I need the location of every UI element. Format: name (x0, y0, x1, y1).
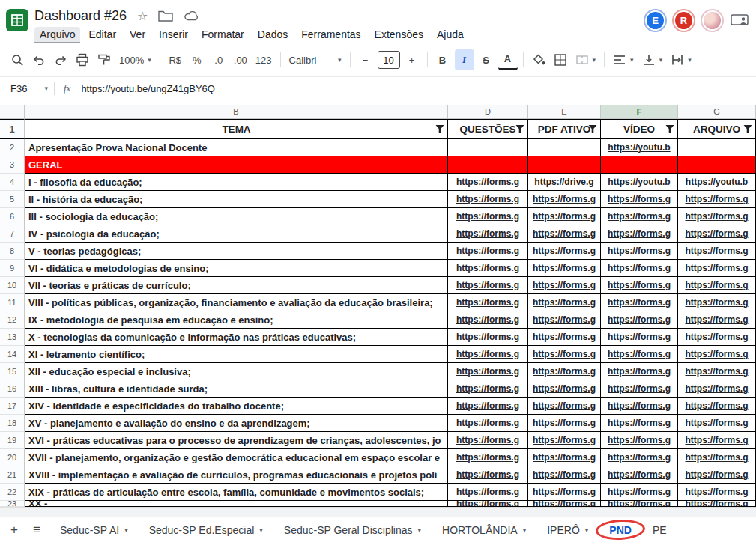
zoom-select[interactable]: 100%▾ (116, 49, 154, 70)
cell-arquivo[interactable]: https://forms.g (678, 208, 756, 225)
tab-caret-icon[interactable]: ▾ (585, 526, 589, 534)
cell-arquivo[interactable]: https://forms.g (678, 277, 756, 294)
cell-arquivo[interactable]: https://forms.g (678, 415, 756, 432)
cell-video[interactable]: https://forms.g (601, 484, 678, 501)
cell-questoes[interactable] (448, 139, 528, 156)
cell-questoes[interactable]: https://forms.g (448, 329, 528, 346)
row-number[interactable]: 19 (0, 432, 25, 449)
cell-tema[interactable]: XIV - identidade e especificidades do tr… (25, 398, 448, 415)
add-sheet-icon[interactable]: + (4, 520, 24, 540)
cell-pdf-ativo[interactable]: https://forms.g (528, 277, 601, 294)
move-folder-icon[interactable] (158, 10, 173, 22)
print-icon[interactable] (73, 49, 92, 70)
cell-questoes[interactable] (448, 156, 528, 174)
cell-arquivo[interactable]: https://forms.g (678, 311, 756, 329)
cell-arquivo[interactable]: https://forms.g (678, 225, 756, 243)
cell-arquivo[interactable]: https://forms.g (678, 329, 756, 346)
cell-video[interactable]: https://forms.g (601, 294, 678, 311)
cell-pdf-ativo[interactable]: https://forms.g (528, 432, 601, 449)
bold-button[interactable]: B (433, 49, 453, 70)
cell-tema[interactable]: IX - metodologia de pesquisa em educação… (25, 311, 448, 329)
row-number[interactable]: 2 (0, 139, 25, 156)
row-number[interactable]: 11 (0, 294, 25, 311)
increase-decimal-button[interactable]: .00 (231, 49, 250, 70)
cell-questoes[interactable]: https://forms.g (448, 484, 528, 501)
cell-pdf-ativo[interactable]: https://forms.g (528, 501, 601, 507)
col-header-E[interactable]: E (528, 105, 601, 119)
menu-ajuda[interactable]: Ajuda (432, 27, 469, 43)
select-all-corner[interactable] (0, 105, 25, 119)
currency-format-button[interactable]: R$ (166, 49, 185, 70)
cell-video[interactable]: https://forms.g (601, 432, 678, 449)
cell-questoes[interactable]: https://forms.g (448, 243, 528, 260)
cell-tema[interactable]: VIII - políticas públicas, organização, … (25, 294, 448, 311)
col-header-B[interactable]: B (25, 105, 448, 119)
cell-video[interactable]: https://forms.g (601, 363, 678, 380)
cell-arquivo[interactable]: https://forms.g (678, 363, 756, 380)
cell-video[interactable]: https://forms.g (601, 346, 678, 363)
cell-video[interactable]: https://forms.g (601, 398, 678, 415)
cell-pdf-ativo[interactable]: https://forms.g (528, 191, 601, 208)
decrease-font-size-button[interactable]: − (356, 49, 375, 70)
strikethrough-button[interactable]: S (477, 49, 496, 70)
cell-video[interactable]: https://forms.g (601, 311, 678, 329)
header-arquivo[interactable]: ARQUIVO (678, 119, 756, 139)
cell-pdf-ativo[interactable]: https://forms.g (528, 398, 601, 415)
cell-tema[interactable]: XI - letramento científico; (25, 346, 448, 363)
cell-tema[interactable]: GERAL (25, 156, 448, 174)
cell-arquivo[interactable]: https://forms.g (678, 466, 756, 484)
row-number[interactable]: 16 (0, 380, 25, 398)
cell-video[interactable]: https://forms.g (601, 415, 678, 432)
menu-formatar[interactable]: Formatar (196, 27, 250, 43)
cell-arquivo[interactable]: https://forms.g (678, 380, 756, 398)
menu-ver[interactable]: Ver (124, 27, 151, 43)
name-box[interactable]: F36 ▾ (0, 83, 54, 94)
cell-video[interactable]: https://forms.g (601, 449, 678, 466)
italic-button[interactable]: I (455, 49, 474, 70)
cell-tema[interactable]: XII - educação especial e inclusiva; (25, 363, 448, 380)
cell-questoes[interactable]: https://forms.g (448, 225, 528, 243)
row-number[interactable]: 5 (0, 191, 25, 208)
star-icon[interactable]: ☆ (137, 9, 148, 23)
percent-format-button[interactable]: % (187, 49, 207, 70)
row-number[interactable]: 8 (0, 243, 25, 260)
row-number[interactable]: 17 (0, 398, 25, 415)
cell-pdf-ativo[interactable]: https://drive.g (528, 174, 601, 191)
row-number[interactable]: 22 (0, 484, 25, 501)
cell-tema[interactable]: III - sociologia da educação; (25, 208, 448, 225)
cell-pdf-ativo[interactable]: https://forms.g (528, 329, 601, 346)
increase-font-size-button[interactable]: + (402, 49, 422, 70)
sheet-tab-pnd[interactable]: PND (599, 517, 642, 542)
row-number[interactable]: 1 (0, 119, 25, 139)
filter-icon[interactable] (435, 125, 444, 133)
row-number[interactable]: 4 (0, 174, 25, 191)
cell-tema[interactable]: IV - psicologia da educação; (25, 225, 448, 243)
merge-cells-icon[interactable]: ▾ (572, 49, 599, 70)
cell-video[interactable] (601, 156, 678, 174)
all-sheets-icon[interactable]: ≡ (27, 520, 46, 540)
sheet-tab-pe[interactable]: PE (642, 517, 677, 542)
cell-pdf-ativo[interactable]: https://forms.g (528, 484, 601, 501)
cell-questoes[interactable]: https://forms.g (448, 346, 528, 363)
sheets-logo-icon[interactable] (6, 9, 28, 31)
filter-icon[interactable] (588, 125, 597, 133)
undo-icon[interactable] (29, 49, 49, 70)
cell-arquivo[interactable]: https://forms.g (678, 260, 756, 277)
cell-pdf-ativo[interactable] (528, 156, 601, 174)
menu-extensoes[interactable]: Extensões (369, 27, 429, 43)
cell-pdf-ativo[interactable]: https://forms.g (528, 380, 601, 398)
cell-pdf-ativo[interactable]: https://forms.g (528, 466, 601, 484)
cell-video[interactable]: https://forms.g (601, 208, 678, 225)
cloud-status-icon[interactable] (184, 10, 200, 22)
borders-icon[interactable] (551, 49, 570, 70)
avatar-r[interactable]: R (674, 10, 694, 31)
sheet-tab-seduc-sp-geral-disciplinas[interactable]: Seduc-SP Geral Disciplinas▾ (273, 517, 432, 542)
doc-title[interactable]: Dashboard #26 (34, 8, 127, 24)
cell-video[interactable]: https://youtu.b (601, 139, 678, 156)
cell-tema[interactable]: XV - planejamento e avaliação do ensino … (25, 415, 448, 432)
menu-dados[interactable]: Dados (252, 27, 293, 43)
cell-video[interactable]: https://youtu.b (601, 174, 678, 191)
cell-questoes[interactable]: https://forms.g (448, 311, 528, 329)
cell-questoes[interactable]: https://forms.g (448, 277, 528, 294)
menu-editar[interactable]: Editar (83, 27, 121, 43)
